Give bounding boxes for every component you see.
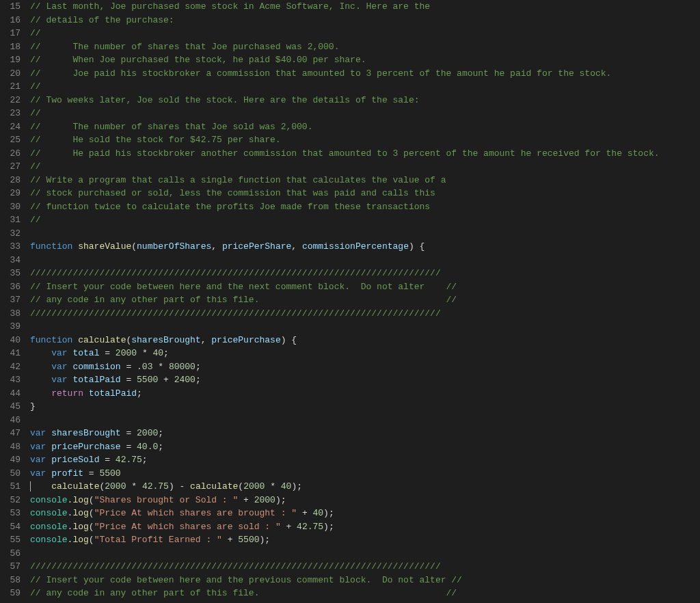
line-number: 38 (0, 307, 21, 321)
token-op: = (121, 442, 137, 452)
token-funcname: calculate (51, 481, 99, 492)
token-number: 5500 (99, 468, 120, 479)
code-line[interactable]: var commision = .03 * 80000; (30, 360, 686, 374)
code-line[interactable]: // (30, 107, 686, 120)
line-number: 40 (0, 334, 21, 347)
code-line[interactable]: var priceSold = 42.75; (30, 453, 686, 467)
code-line[interactable]: // stock purchased or sold, less the com… (30, 187, 686, 200)
token-string: "Price At which shares are sold : " (94, 522, 281, 532)
token-punct: ( (89, 508, 94, 518)
token-var: sharesBrought (51, 428, 120, 438)
code-line[interactable]: // (30, 80, 686, 94)
token-param: commissionPercentage (302, 241, 409, 252)
code-line[interactable]: // The number of shares that Joe sold wa… (30, 120, 686, 134)
line-number: 39 (0, 320, 21, 334)
line-number: 19 (0, 53, 21, 67)
code-line[interactable]: var pricePurchase = 40.0; (30, 440, 686, 454)
code-line[interactable] (30, 547, 686, 561)
token-punct: ( (89, 522, 94, 532)
token-storage: var (51, 375, 72, 385)
code-line[interactable]: console.log("Price At which shares are b… (30, 507, 686, 520)
line-number: 15 (0, 0, 21, 14)
comment-text: // (30, 28, 41, 38)
line-number: 44 (0, 387, 21, 401)
line-number: 57 (0, 560, 21, 574)
code-line[interactable]: ////////////////////////////////////////… (30, 307, 686, 321)
line-number: 23 (0, 107, 21, 120)
token-punct: ( (238, 481, 243, 492)
code-line[interactable]: ////////////////////////////////////////… (30, 560, 686, 574)
code-line[interactable]: // Last month, Joe purchased some stock … (30, 0, 686, 14)
code-line[interactable]: // Insert your code between here and the… (30, 574, 686, 587)
line-number: 33 (0, 240, 21, 254)
code-line[interactable] (30, 254, 686, 267)
comment-text: // (30, 108, 41, 118)
line-number: 22 (0, 94, 21, 107)
line-number: 49 (0, 453, 21, 467)
code-line[interactable]: function calculate(sharesBrought, priceP… (30, 334, 686, 347)
comment-text: // (30, 161, 41, 172)
token-punct: ; (158, 442, 163, 452)
code-line[interactable]: // any code in any other part of this fi… (30, 293, 686, 307)
token-object: console (30, 535, 68, 545)
token-number: .03 (137, 362, 152, 372)
code-line[interactable]: ////////////////////////////////////////… (30, 267, 686, 280)
token-punct: { (286, 335, 297, 345)
line-number: 36 (0, 280, 21, 294)
token-punct: ( (89, 495, 94, 505)
token-punct: ; (142, 455, 148, 465)
code-editor[interactable]: 1516171819202122232425262728293031323334… (0, 0, 700, 603)
code-line[interactable]: // He sold the stock for $42.75 per shar… (30, 133, 686, 147)
code-area[interactable]: // Last month, Joe purchased some stock … (30, 0, 700, 603)
token-number: 40 (281, 481, 292, 492)
code-line[interactable]: // (30, 27, 686, 40)
token-param: numberOfShares (137, 241, 211, 252)
line-number: 51 (0, 480, 21, 494)
code-line[interactable]: // details of the purchase: (30, 14, 686, 27)
code-line[interactable]: // (30, 160, 686, 174)
code-line[interactable]: // Joe paid his stockbroker a commission… (30, 67, 686, 81)
comment-text: ////////////////////////////////////////… (30, 308, 441, 319)
line-number: 47 (0, 427, 21, 440)
line-number: 56 (0, 547, 21, 561)
code-line[interactable]: // Insert your code between here and the… (30, 280, 686, 294)
code-line[interactable]: // (30, 213, 686, 227)
code-line[interactable]: var totalPaid = 5500 + 2400; (30, 373, 686, 387)
code-line[interactable] (30, 320, 686, 334)
token-op: * (126, 481, 142, 492)
code-line[interactable]: console.log("Price At which shares are s… (30, 520, 686, 534)
code-line[interactable] (30, 414, 686, 427)
token-punct: ; (297, 481, 302, 492)
token-param: sharesBrought (131, 335, 200, 345)
token-number: 40 (152, 348, 163, 358)
comment-text: // any code in any other part of this fi… (30, 588, 457, 598)
code-line[interactable]: // The number of shares that Joe purchas… (30, 40, 686, 54)
line-number: 59 (0, 587, 21, 600)
code-line[interactable]: // Write a program that calls a single f… (30, 174, 686, 187)
code-line[interactable]: var total = 2000 * 40; (30, 347, 686, 360)
code-line[interactable]: // Two weeks later, Joe sold the stock. … (30, 94, 686, 107)
code-line[interactable]: // any code in any other part of this fi… (30, 587, 686, 600)
code-line[interactable]: calculate(2000 * 42.75) - calculate(2000… (30, 480, 686, 494)
code-line[interactable]: console.log("Total Profit Earned : " + 5… (30, 533, 686, 547)
code-line[interactable]: // He paid his stockbroker another commi… (30, 147, 686, 161)
code-line[interactable]: console.log("Shares brought or Sold : " … (30, 494, 686, 507)
token-op: + (297, 508, 312, 518)
code-line[interactable]: return totalPaid; (30, 387, 686, 401)
comment-text: // details of the purchase: (30, 15, 174, 25)
code-line[interactable]: } (30, 400, 686, 414)
token-var: profit (51, 468, 83, 479)
code-line[interactable]: var profit = 5500 (30, 467, 686, 481)
code-line[interactable]: function shareValue(numberOfShares, pric… (30, 240, 686, 254)
token-storage: var (30, 428, 51, 438)
token-number: 5500 (137, 375, 158, 385)
line-number: 34 (0, 254, 21, 267)
code-line[interactable]: var sharesBrought = 2000; (30, 427, 686, 440)
line-number: 37 (0, 293, 21, 307)
token-punct: ) (409, 241, 414, 252)
token-storage: function (30, 241, 78, 252)
line-number: 53 (0, 507, 21, 520)
code-line[interactable] (30, 227, 686, 241)
code-line[interactable]: // When Joe purchased the stock, he paid… (30, 53, 686, 67)
code-line[interactable]: // function twice to calculate the profi… (30, 200, 686, 214)
